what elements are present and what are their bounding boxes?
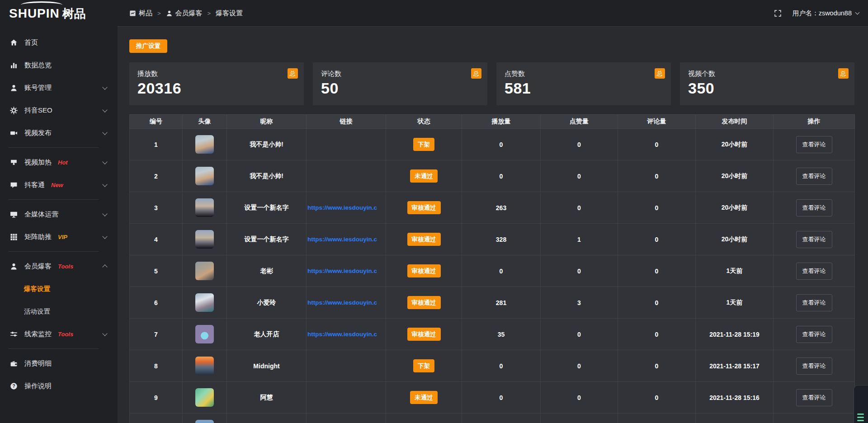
breadcrumb-item-树品[interactable]: 树品 xyxy=(129,9,152,18)
status-badge: 审核通过 xyxy=(407,233,441,246)
cell-comments: 0 xyxy=(618,160,696,192)
video-link[interactable]: https://www.iesdouyin.c xyxy=(307,236,386,243)
total-badge: 总 xyxy=(838,68,849,79)
breadcrumb-item-会员爆客[interactable]: 会员爆客 xyxy=(166,9,203,18)
logo-text-cn: 树品 xyxy=(62,8,86,19)
video-link[interactable]: https://www.iesdouyin.c xyxy=(307,204,386,211)
help-icon: ? xyxy=(10,382,18,390)
view-comments-button[interactable]: 查看评论 xyxy=(796,263,832,280)
cell-plays: 328 xyxy=(462,224,541,255)
view-comments-button[interactable]: 查看评论 xyxy=(796,231,832,248)
sidebar-item-视频加热[interactable]: 视频加热Hot xyxy=(0,151,118,174)
sidebar-item-数据总览[interactable]: 数据总览 xyxy=(0,54,118,76)
user-icon xyxy=(10,84,18,92)
cell-nickname: 老人开店 xyxy=(227,319,307,350)
cell-id: 4 xyxy=(130,224,183,255)
column-header-播放量: 播放量 xyxy=(462,115,541,129)
cell-nickname: 阿慧 xyxy=(227,382,307,414)
status-badge: 审核通过 xyxy=(407,264,441,278)
logo[interactable]: SHUPIN 树品 xyxy=(0,0,118,27)
sidebar-item-操作说明[interactable]: ?操作说明 xyxy=(0,375,118,397)
monitor-icon xyxy=(10,211,18,218)
sidebar: SHUPIN 树品 首页数据总览账号管理抖音SEO视频发布视频加热Hot抖客通N… xyxy=(0,0,118,423)
avatar xyxy=(195,388,214,407)
cell-plays: 0 xyxy=(462,255,541,287)
video-link[interactable]: https://www.iesdouyin.c xyxy=(307,299,386,306)
cell-likes: 0 xyxy=(541,255,618,287)
cell-link xyxy=(307,350,386,382)
cell-plays: 0 xyxy=(462,129,541,160)
widget-bar xyxy=(857,414,864,415)
avatar xyxy=(195,167,214,185)
floating-widget[interactable] xyxy=(854,385,868,423)
cell-action: 查看评论 xyxy=(774,319,855,350)
cell-action: 查看评论 xyxy=(774,350,855,382)
sidebar-item-矩阵助推[interactable]: 矩阵助推VIP xyxy=(0,226,118,248)
stat-value: 581 xyxy=(505,80,663,97)
cell-comments: 0 xyxy=(618,382,696,414)
cell-likes: 0 xyxy=(541,192,618,224)
cell-nickname: 小爱玲 xyxy=(227,287,307,319)
sidebar-subitem-爆客设置[interactable]: 爆客设置 xyxy=(0,277,118,300)
cell-avatar xyxy=(183,319,227,350)
username-value: zswodun88 xyxy=(819,9,852,17)
view-comments-button[interactable]: 查看评论 xyxy=(796,326,832,343)
breadcrumb-item-爆客设置[interactable]: 爆客设置 xyxy=(216,9,243,18)
view-comments-button[interactable]: 查看评论 xyxy=(796,389,832,406)
sidebar-item-全媒体运营[interactable]: 全媒体运营 xyxy=(0,203,118,226)
username[interactable]: 用户名：zswodun88 xyxy=(793,9,859,18)
view-comments-button[interactable]: 查看评论 xyxy=(796,199,832,216)
sidebar-item-label: 数据总览 xyxy=(24,61,52,70)
sidebar-item-消费明细[interactable]: 消费明细 xyxy=(0,352,118,375)
column-header-评论量: 评论量 xyxy=(618,115,696,129)
sidebar-item-label: 操作说明 xyxy=(24,382,52,390)
sidebar-item-账号管理[interactable]: 账号管理 xyxy=(0,76,118,99)
cell-status: 审核通过 xyxy=(386,319,462,350)
status-badge: 下架 xyxy=(413,359,434,373)
cell-plays: 0 xyxy=(462,382,541,414)
cell-comments: 0 xyxy=(618,255,696,287)
promo-settings-button[interactable]: 推广设置 xyxy=(129,39,167,53)
cell-id: 10 xyxy=(130,414,183,423)
sidebar-item-视频发布[interactable]: 视频发布 xyxy=(0,122,118,144)
sidebar-item-线索监控[interactable]: 线索监控Tools xyxy=(0,323,118,345)
cell-nickname: Midnight xyxy=(227,350,307,382)
view-comments-button[interactable]: 查看评论 xyxy=(796,136,832,153)
avatar xyxy=(195,135,214,154)
sidebar-item-会员爆客[interactable]: 会员爆客Tools xyxy=(0,255,118,277)
video-link[interactable]: https://www.iesdouyin.c xyxy=(307,268,386,274)
cell-avatar xyxy=(183,382,227,414)
sidebar-item-抖客通[interactable]: 抖客通New xyxy=(0,174,118,196)
cell-link xyxy=(307,160,386,192)
user-icon xyxy=(166,10,173,17)
cell-time xyxy=(696,414,774,423)
wallet-icon xyxy=(10,360,18,367)
grid-icon xyxy=(10,233,18,241)
view-comments-button[interactable]: 查看评论 xyxy=(796,357,832,375)
stat-cards: 播放数 20316 总 评论数 50 总 点赞数 581 总 视频个数 350 xyxy=(129,62,854,105)
fullscreen-icon[interactable] xyxy=(774,9,782,17)
avatar xyxy=(195,325,214,343)
total-badge: 总 xyxy=(288,68,298,79)
video-table: 编号头像昵称链接状态播放量点赞量评论量发布时间操作 1我不是小帅!下架00020… xyxy=(129,114,855,423)
cell-plays: 281 xyxy=(462,287,541,319)
view-comments-button[interactable]: 查看评论 xyxy=(796,168,832,185)
video-link[interactable]: https://www.iesdouyin.c xyxy=(307,331,386,338)
view-comments-button[interactable]: 查看评论 xyxy=(796,294,832,311)
sidebar-item-label: 会员爆客 xyxy=(24,262,52,271)
cell-link: https://www.iesdouyin.c xyxy=(307,319,386,350)
cell-time: 2021-11-28 15:19 xyxy=(696,319,774,350)
app-root: SHUPIN 树品 首页数据总览账号管理抖音SEO视频发布视频加热Hot抖客通N… xyxy=(0,0,868,423)
sidebar-subitem-活动设置[interactable]: 活动设置 xyxy=(0,300,118,323)
sidebar-item-抖音SEO[interactable]: 抖音SEO xyxy=(0,99,118,122)
avatar xyxy=(195,293,214,312)
cell-status: 审核通过 xyxy=(386,287,462,319)
column-header-发布时间: 发布时间 xyxy=(696,115,774,129)
gear-icon xyxy=(10,107,18,114)
cell-status: 审核通过 xyxy=(386,255,462,287)
dashboard-icon xyxy=(129,10,136,17)
breadcrumb-label: 爆客设置 xyxy=(216,9,243,18)
cell-comments: 0 xyxy=(618,287,696,319)
sidebar-item-首页[interactable]: 首页 xyxy=(0,31,118,54)
cell-plays: 35 xyxy=(462,319,541,350)
